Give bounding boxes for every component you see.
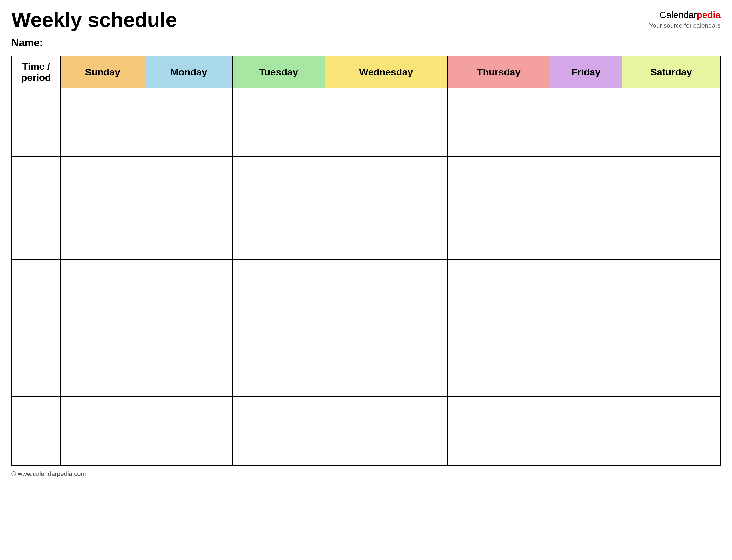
table-cell[interactable] bbox=[145, 328, 233, 362]
table-cell[interactable] bbox=[325, 362, 447, 397]
table-cell[interactable] bbox=[233, 88, 325, 122]
table-cell[interactable] bbox=[12, 362, 60, 397]
table-cell[interactable] bbox=[60, 122, 145, 157]
table-cell[interactable] bbox=[325, 225, 447, 260]
table-cell[interactable] bbox=[145, 157, 233, 191]
table-cell[interactable] bbox=[60, 431, 145, 465]
table-cell[interactable] bbox=[233, 225, 325, 260]
table-cell[interactable] bbox=[550, 225, 622, 260]
table-cell[interactable] bbox=[550, 397, 622, 431]
table-cell[interactable] bbox=[550, 191, 622, 225]
table-cell[interactable] bbox=[12, 260, 60, 294]
table-cell[interactable] bbox=[622, 260, 720, 294]
table-cell[interactable] bbox=[60, 225, 145, 260]
table-cell[interactable] bbox=[325, 431, 447, 465]
table-cell[interactable] bbox=[145, 225, 233, 260]
table-cell[interactable] bbox=[447, 157, 550, 191]
table-cell[interactable] bbox=[622, 294, 720, 328]
table-cell[interactable] bbox=[447, 191, 550, 225]
brand-tagline: Your source for calendars bbox=[649, 21, 721, 30]
table-cell[interactable] bbox=[447, 362, 550, 397]
table-cell[interactable] bbox=[12, 397, 60, 431]
table-cell[interactable] bbox=[60, 260, 145, 294]
table-cell[interactable] bbox=[622, 225, 720, 260]
table-cell[interactable] bbox=[325, 294, 447, 328]
table-cell[interactable] bbox=[325, 88, 447, 122]
table-cell[interactable] bbox=[622, 191, 720, 225]
table-cell[interactable] bbox=[233, 157, 325, 191]
table-cell[interactable] bbox=[12, 122, 60, 157]
table-cell[interactable] bbox=[325, 397, 447, 431]
table-cell[interactable] bbox=[622, 431, 720, 465]
table-cell[interactable] bbox=[447, 225, 550, 260]
table-cell[interactable] bbox=[325, 328, 447, 362]
col-header-thursday: Thursday bbox=[447, 56, 550, 88]
table-cell[interactable] bbox=[550, 328, 622, 362]
table-cell[interactable] bbox=[233, 260, 325, 294]
table-cell[interactable] bbox=[233, 294, 325, 328]
table-cell[interactable] bbox=[550, 157, 622, 191]
table-cell[interactable] bbox=[145, 362, 233, 397]
table-cell[interactable] bbox=[447, 328, 550, 362]
table-cell[interactable] bbox=[550, 294, 622, 328]
table-cell[interactable] bbox=[60, 397, 145, 431]
table-cell[interactable] bbox=[60, 328, 145, 362]
table-cell[interactable] bbox=[12, 191, 60, 225]
table-cell[interactable] bbox=[233, 328, 325, 362]
table-cell[interactable] bbox=[550, 431, 622, 465]
table-cell[interactable] bbox=[60, 88, 145, 122]
table-cell[interactable] bbox=[622, 397, 720, 431]
table-cell[interactable] bbox=[325, 260, 447, 294]
table-cell[interactable] bbox=[145, 191, 233, 225]
table-cell[interactable] bbox=[12, 431, 60, 465]
table-cell[interactable] bbox=[325, 122, 447, 157]
table-cell[interactable] bbox=[325, 191, 447, 225]
table-row bbox=[12, 362, 720, 397]
table-row bbox=[12, 225, 720, 260]
table-cell[interactable] bbox=[12, 88, 60, 122]
table-cell[interactable] bbox=[12, 157, 60, 191]
table-cell[interactable] bbox=[60, 191, 145, 225]
table-cell[interactable] bbox=[60, 294, 145, 328]
table-cell[interactable] bbox=[447, 397, 550, 431]
table-cell[interactable] bbox=[447, 431, 550, 465]
table-row bbox=[12, 260, 720, 294]
table-cell[interactable] bbox=[145, 294, 233, 328]
table-cell[interactable] bbox=[622, 88, 720, 122]
table-cell[interactable] bbox=[145, 431, 233, 465]
table-cell[interactable] bbox=[550, 88, 622, 122]
table-cell[interactable] bbox=[447, 260, 550, 294]
table-cell[interactable] bbox=[60, 157, 145, 191]
table-row bbox=[12, 328, 720, 362]
table-cell[interactable] bbox=[550, 122, 622, 157]
table-cell[interactable] bbox=[447, 294, 550, 328]
table-cell[interactable] bbox=[145, 122, 233, 157]
table-cell[interactable] bbox=[550, 260, 622, 294]
table-cell[interactable] bbox=[145, 88, 233, 122]
table-cell[interactable] bbox=[145, 260, 233, 294]
table-cell[interactable] bbox=[233, 431, 325, 465]
table-cell[interactable] bbox=[622, 122, 720, 157]
table-cell[interactable] bbox=[622, 157, 720, 191]
table-cell[interactable] bbox=[12, 225, 60, 260]
table-cell[interactable] bbox=[233, 122, 325, 157]
footer-url: © www.calendarpedia.com bbox=[11, 470, 86, 477]
col-header-tuesday: Tuesday bbox=[233, 56, 325, 88]
table-cell[interactable] bbox=[550, 362, 622, 397]
table-cell[interactable] bbox=[12, 294, 60, 328]
table-cell[interactable] bbox=[145, 397, 233, 431]
table-cell[interactable] bbox=[12, 328, 60, 362]
table-cell[interactable] bbox=[233, 362, 325, 397]
table-cell[interactable] bbox=[622, 362, 720, 397]
table-cell[interactable] bbox=[60, 362, 145, 397]
table-row bbox=[12, 122, 720, 157]
table-cell[interactable] bbox=[325, 157, 447, 191]
col-header-monday: Monday bbox=[145, 56, 233, 88]
table-row bbox=[12, 431, 720, 465]
table-cell[interactable] bbox=[233, 397, 325, 431]
table-cell[interactable] bbox=[447, 122, 550, 157]
table-cell[interactable] bbox=[233, 191, 325, 225]
table-cell[interactable] bbox=[447, 88, 550, 122]
table-cell[interactable] bbox=[622, 328, 720, 362]
table-row bbox=[12, 88, 720, 122]
